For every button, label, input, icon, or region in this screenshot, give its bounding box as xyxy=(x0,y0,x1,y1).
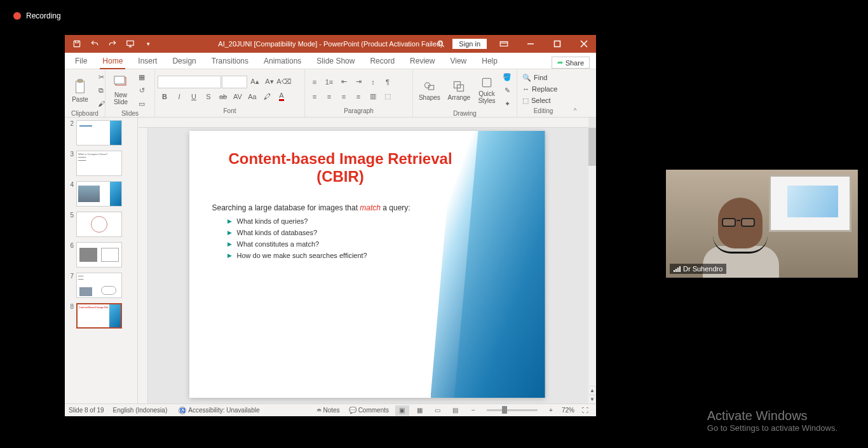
accessibility-button[interactable]: ♿ Accessibility: Unavailable xyxy=(176,405,262,416)
select-button[interactable]: ⬚Select xyxy=(520,95,560,106)
replace-button[interactable]: ↔Replace xyxy=(520,83,560,95)
quick-styles-button[interactable]: Quick Styles xyxy=(475,75,499,105)
present-from-beginning-button[interactable] xyxy=(123,37,137,51)
font-size-selector[interactable] xyxy=(222,76,247,88)
tab-record[interactable]: Record xyxy=(362,53,402,69)
zoom-slider-thumb[interactable] xyxy=(502,406,507,414)
tab-home[interactable]: Home xyxy=(95,53,130,69)
tab-file[interactable]: File xyxy=(67,53,95,69)
shape-fill-button[interactable]: 🪣 xyxy=(500,71,514,83)
align-left-button[interactable]: ≡ xyxy=(308,90,322,103)
slide-title[interactable]: Content-based Image Retrieval (CBIR) xyxy=(212,150,469,186)
bold-button[interactable]: B xyxy=(158,90,172,103)
increase-indent-button[interactable]: ⇥ xyxy=(351,76,365,88)
line-spacing-button[interactable]: ↕ xyxy=(366,76,380,88)
italic-button[interactable]: I xyxy=(172,90,186,103)
thumb-2[interactable]: 2▬▬▬▬ xyxy=(67,120,135,146)
qat-customize[interactable]: ▾ xyxy=(141,37,155,51)
thumb-5[interactable]: 5 xyxy=(67,212,135,237)
tab-view[interactable]: View xyxy=(442,53,474,69)
bullets-button[interactable]: ≡ xyxy=(308,76,322,88)
autosave-toggle[interactable] xyxy=(70,37,84,51)
font-family-selector[interactable] xyxy=(158,76,221,88)
tab-design[interactable]: Design xyxy=(165,53,203,69)
find-button[interactable]: 🔍Find xyxy=(520,72,560,83)
thumb-7[interactable]: 7━━━━━━━━ xyxy=(67,273,135,298)
new-slide-button[interactable]: New Slide xyxy=(108,74,133,107)
clear-formatting-button[interactable]: A⌫ xyxy=(277,76,291,88)
powerpoint-window: ▾ AI_20JUNI [Compatibility Mode] - Power… xyxy=(65,35,596,416)
bullet-icon: ▶ xyxy=(227,229,232,236)
fit-to-window-button[interactable]: ⛶ xyxy=(578,405,592,416)
zoom-level[interactable]: 72% xyxy=(562,407,574,414)
char-spacing-button[interactable]: AV xyxy=(231,90,245,103)
zoom-slider[interactable] xyxy=(487,409,538,411)
slide-bullets[interactable]: ▶What kinds of queries? ▶What kinds of d… xyxy=(227,217,469,259)
zoom-out-button[interactable]: − xyxy=(466,405,480,416)
align-right-button[interactable]: ≡ xyxy=(337,90,351,103)
justify-button[interactable]: ≡ xyxy=(351,90,365,103)
decrease-indent-button[interactable]: ⇤ xyxy=(337,76,351,88)
numbering-button[interactable]: 1≡ xyxy=(322,76,336,88)
reading-view-button[interactable]: ▭ xyxy=(431,405,445,416)
slide-counter[interactable]: Slide 8 of 19 xyxy=(69,407,104,414)
font-color-button[interactable]: A xyxy=(275,90,288,103)
paste-button[interactable]: Paste xyxy=(67,77,93,104)
notes-button[interactable]: ≐ Notes xyxy=(314,405,342,415)
reset-button[interactable]: ↺ xyxy=(135,84,149,97)
next-slide-button[interactable]: ▼ xyxy=(588,395,596,404)
section-button[interactable]: ▭ xyxy=(135,97,149,110)
tab-transitions[interactable]: Transitions xyxy=(204,53,256,69)
slideshow-view-button[interactable]: ▤ xyxy=(449,405,463,416)
undo-button[interactable] xyxy=(88,37,102,51)
language-indicator[interactable]: English (Indonesia) xyxy=(113,407,168,414)
minimize-button[interactable] xyxy=(519,35,543,53)
collapse-ribbon-button[interactable]: ^ xyxy=(569,69,581,117)
highlight-button[interactable]: 🖍 xyxy=(260,90,274,103)
close-button[interactable] xyxy=(572,35,596,53)
sorter-view-button[interactable]: ▦ xyxy=(413,405,427,416)
signin-button[interactable]: Sign in xyxy=(452,39,487,49)
tab-review[interactable]: Review xyxy=(402,53,442,69)
thumb-8[interactable]: 8Content-Based Image Ret… xyxy=(67,303,135,329)
tab-slideshow[interactable]: Slide Show xyxy=(309,53,362,69)
align-center-button[interactable]: ≡ xyxy=(322,90,336,103)
tab-insert[interactable]: Insert xyxy=(130,53,165,69)
columns-button[interactable]: ▥ xyxy=(366,90,380,103)
thumb-4[interactable]: ✦4 xyxy=(67,181,135,207)
bullet-icon: ▶ xyxy=(227,252,232,259)
decrease-font-button[interactable]: A▾ xyxy=(262,76,276,88)
presenter-webcam[interactable]: Dr Suhendro xyxy=(666,170,858,278)
comments-button[interactable]: 💬 Comments xyxy=(346,405,391,415)
layout-button[interactable]: ▦ xyxy=(135,71,149,83)
tab-animations[interactable]: Animations xyxy=(256,53,309,69)
tab-help[interactable]: Help xyxy=(474,53,505,69)
redo-button[interactable] xyxy=(105,37,119,51)
zoom-in-button[interactable]: + xyxy=(544,405,558,416)
shape-effects-button[interactable]: ✦ xyxy=(500,97,514,110)
shadow-button[interactable]: S xyxy=(201,90,215,103)
thumb-3[interactable]: 3What is Computer Vision?━━━━━━━━━━━━ xyxy=(67,151,135,176)
shapes-button[interactable]: Shapes xyxy=(416,79,444,102)
change-case-button[interactable]: Aa xyxy=(245,90,259,103)
slide-editor[interactable]: Content-based Image Retrieval (CBIR) Sea… xyxy=(138,118,596,404)
share-button[interactable]: ➦ Share xyxy=(552,57,590,69)
underline-button[interactable]: U xyxy=(187,90,201,103)
slide-thumbnail-panel[interactable]: 2▬▬▬▬ 3What is Computer Vision?━━━━━━━━━… xyxy=(65,118,138,404)
thumb-6[interactable]: 6 xyxy=(67,242,135,268)
shape-outline-button[interactable]: ✎ xyxy=(500,84,514,97)
maximize-button[interactable] xyxy=(545,35,569,53)
ribbon-display-options[interactable] xyxy=(492,35,516,53)
normal-view-button[interactable]: ▣ xyxy=(395,405,409,416)
increase-font-button[interactable]: A▴ xyxy=(248,76,262,88)
replace-icon: ↔ xyxy=(522,85,529,93)
current-slide[interactable]: Content-based Image Retrieval (CBIR) Sea… xyxy=(189,131,545,398)
text-direction-button[interactable]: ¶ xyxy=(381,76,395,88)
slide-subtitle[interactable]: Searching a large database for images th… xyxy=(212,203,469,212)
prev-slide-button[interactable]: ▲ xyxy=(588,386,596,395)
arrange-button[interactable]: Arrange xyxy=(445,79,473,102)
vertical-scrollbar[interactable]: ▲ ▼ xyxy=(588,128,596,404)
smartart-button[interactable]: ⬚ xyxy=(381,90,395,103)
strikethrough-button[interactable]: ab xyxy=(216,90,230,103)
scrollbar-thumb[interactable] xyxy=(588,128,596,166)
